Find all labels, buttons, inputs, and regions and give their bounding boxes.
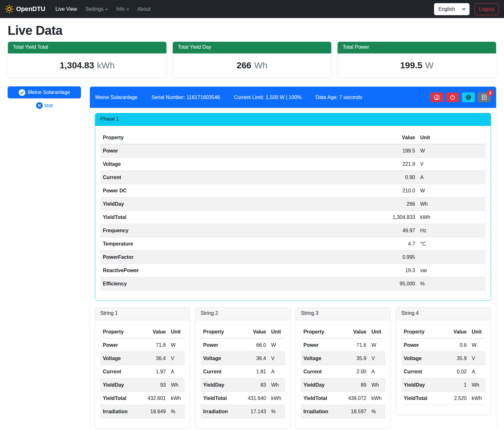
summary-card-total-yield-day: Total Yield Day 266 Wh <box>172 41 332 78</box>
summary-card-body: 266 Wh <box>173 53 331 78</box>
property-cell: Temperature <box>100 237 376 251</box>
value-cell: 4.7 <box>376 237 418 251</box>
unit-cell: V <box>469 352 486 365</box>
inverter-card-body: Phase 1 Property Value Unit Power199.5WV… <box>90 108 496 430</box>
column-header-property: Property <box>301 325 337 339</box>
property-cell: Voltage <box>201 352 237 365</box>
table-header-row: Property Value Unit <box>201 325 285 339</box>
chevron-down-icon <box>462 8 466 10</box>
value-cell: 199.5 <box>376 144 418 158</box>
inverter-select-label: Meine Solaranlage <box>28 90 70 95</box>
cpu-icon <box>465 94 471 100</box>
table-row: Voltage35.9V <box>401 352 486 365</box>
logout-button[interactable]: Logout <box>475 3 499 15</box>
nav-item-info[interactable]: Info <box>113 4 132 15</box>
table-row: YieldDay266Wh <box>100 197 486 211</box>
table-row: Frequency49.97Hz <box>100 224 486 237</box>
value-cell: 0.995 <box>376 251 418 264</box>
table-header-row: Property Value Unit <box>301 325 385 339</box>
unit-cell: kWh <box>168 392 185 405</box>
nav-item-label: Info <box>116 6 125 12</box>
property-cell: YieldTotal <box>401 392 438 405</box>
summary-card-title: Total Yield Total <box>8 42 166 53</box>
unit-cell: W <box>168 339 185 352</box>
power-icon <box>450 94 456 100</box>
unit-cell: A <box>168 365 185 378</box>
unit-cell: A <box>269 365 285 378</box>
string-card-body: Property Value Unit Power66.0WVoltage36.… <box>196 320 290 428</box>
string-card-title: String 1 <box>95 308 190 320</box>
language-value: English <box>439 6 455 12</box>
value-cell: 36.4 <box>237 352 269 365</box>
value-cell: 266 <box>376 197 418 211</box>
nav-item-about[interactable]: About <box>134 4 154 15</box>
language-select[interactable]: English <box>434 3 470 15</box>
value-cell: 35.9 <box>337 352 369 365</box>
device-info-button[interactable] <box>462 92 475 102</box>
unit-cell: W <box>269 339 285 352</box>
unit-cell: % <box>418 277 486 290</box>
value-cell: 19.3 <box>376 264 418 277</box>
value-cell: 49.97 <box>376 224 418 237</box>
property-cell: Power <box>401 339 438 352</box>
property-cell: YieldDay <box>100 378 137 392</box>
value-cell: 221.9 <box>376 158 418 171</box>
caret-down-icon <box>105 9 108 10</box>
string-card-body: Property Value Unit Power71.6WVoltage35.… <box>296 320 390 428</box>
unit-cell: A <box>418 171 486 184</box>
string-2-card: String 2 Property Value Unit <box>195 307 290 429</box>
column-header-unit: Unit <box>418 131 486 144</box>
inverter-item-test[interactable]: test <box>8 102 81 109</box>
property-cell: PowerFactor <box>100 251 376 264</box>
brand[interactable]: OpenDTU <box>5 5 45 13</box>
value-cell: 2.520 <box>438 392 469 405</box>
table-row: PowerFactor0.995 <box>100 251 486 264</box>
unit-cell: Wh <box>168 378 185 392</box>
summary-card-value: 266 <box>237 60 252 71</box>
value-cell: 1.97 <box>137 365 168 378</box>
inverter-sidebar: Meine Solaranlage test <box>8 86 81 109</box>
summary-card-unit: Wh <box>254 60 267 71</box>
value-cell: 0.90 <box>376 171 418 184</box>
column-header-unit: Unit <box>369 325 385 339</box>
column-header-property: Property <box>100 131 376 144</box>
journal-icon <box>481 94 487 100</box>
value-cell: 71.6 <box>337 339 369 352</box>
inverter-select-button[interactable]: Meine Solaranlage <box>8 86 81 98</box>
property-cell: YieldTotal <box>100 392 137 405</box>
table-row: Power66.0W <box>201 339 285 352</box>
value-cell: 1.81 <box>237 365 269 378</box>
summary-card-value: 199.5 <box>400 60 422 71</box>
unit-cell: °C <box>418 237 486 251</box>
summary-card-title: Total Yield Day <box>173 42 331 53</box>
table-header-row: Property Value Unit <box>401 325 486 339</box>
check-circle-icon <box>19 89 25 96</box>
speedometer-icon <box>434 94 440 100</box>
table-row: Irradiation18.649% <box>100 405 185 418</box>
inverter-actions: 2 <box>430 92 491 102</box>
property-cell: YieldTotal <box>100 211 376 224</box>
string-card-body: Property Value Unit Power71.8WVoltage36.… <box>95 320 190 428</box>
unit-cell: kWh <box>369 392 385 405</box>
unit-cell: W <box>418 144 486 158</box>
table-row: Current0.02A <box>401 365 486 378</box>
table-row: Current0.90A <box>100 171 486 184</box>
property-cell: Current <box>100 171 376 184</box>
summary-card-total-yield-total: Total Yield Total 1,304.83 kWh <box>8 41 167 78</box>
nav-item-live-view[interactable]: Live View <box>52 4 80 15</box>
string-2-table: Property Value Unit Power66.0WVoltage36.… <box>201 325 285 418</box>
unit-cell <box>418 251 486 264</box>
navbar-right: English Logout <box>434 3 499 15</box>
event-log-button[interactable]: 2 <box>478 92 491 102</box>
table-row: Temperature4.7°C <box>100 237 486 251</box>
limit-settings-button[interactable] <box>430 92 443 102</box>
nav-item-settings[interactable]: Settings <box>82 4 111 15</box>
table-row: YieldTotal432.601kWh <box>100 392 185 405</box>
value-cell: 36.4 <box>137 352 168 365</box>
value-cell: 17.143 <box>237 405 269 418</box>
unit-cell: W <box>469 339 486 352</box>
phase-card-title: Phase 1 <box>95 113 491 126</box>
inverter-name: Meine Solaranlage <box>95 95 137 100</box>
power-toggle-button[interactable] <box>446 92 459 102</box>
property-cell: Current <box>201 365 237 378</box>
